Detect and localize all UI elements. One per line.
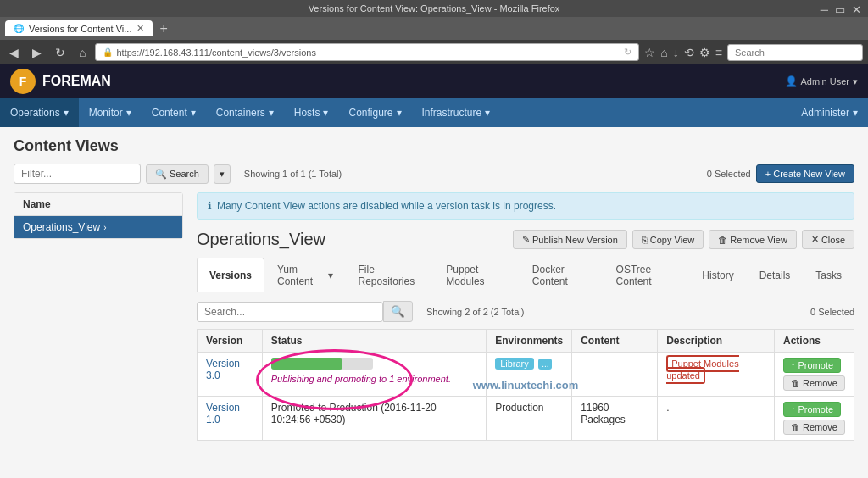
minimize-btn[interactable]: ─ — [821, 3, 828, 16]
app-logo: F FOREMAN — [10, 69, 111, 94]
search-btn-label: Search — [170, 169, 199, 179]
table-search-group: 🔍 — [197, 301, 413, 322]
copy-view-button[interactable]: ⎘ Copy View — [632, 230, 704, 249]
status-progress-bar — [271, 358, 373, 370]
actions-1-cell: ↑ Promote 🗑 Remove — [775, 397, 854, 441]
production-env-label: Production — [495, 402, 543, 414]
tab-history-label: History — [702, 270, 733, 281]
status-1-cell: Promoted to Production (2016-11-20 10:24… — [262, 397, 486, 441]
nav-administer-dropdown-icon: ▾ — [853, 107, 858, 119]
close-button[interactable]: ✕ Close — [802, 230, 854, 249]
table-search-icon: 🔍 — [391, 305, 405, 318]
url-bar[interactable]: 🔒 https://192.168.43.111/content_views/3… — [95, 43, 639, 61]
tab-tasks-label: Tasks — [815, 270, 842, 281]
content-3-cell — [572, 353, 658, 397]
tab-docker-content[interactable]: Docker Content — [520, 258, 604, 292]
publish-new-version-button[interactable]: ✎ Publish New Version — [513, 230, 627, 249]
nav-item-hosts[interactable]: Hosts ▾ — [284, 98, 339, 127]
back-btn[interactable]: ◀ — [5, 44, 23, 61]
logo-icon: F — [10, 69, 36, 94]
sidebar-item-operations-view[interactable]: Operations_View › — [14, 216, 182, 238]
version-3-link[interactable]: Version 3.0 — [206, 358, 240, 381]
nav-dropdown-icon: ▾ — [269, 107, 274, 119]
nav-dropdown-icon: ▾ — [397, 107, 402, 119]
nav-item-monitor[interactable]: Monitor ▾ — [79, 98, 142, 127]
bookmark-star-icon[interactable]: ☆ — [644, 46, 655, 59]
nav-item-operations[interactable]: Operations ▾ — [0, 98, 79, 127]
tab-ostree-content[interactable]: OSTree Content — [604, 258, 690, 292]
close-btn-label: Close — [821, 235, 845, 245]
tab-ostree-label: OSTree Content — [616, 264, 677, 287]
tab-yum-label: Yum Content — [277, 264, 324, 287]
forward-btn[interactable]: ▶ — [28, 44, 46, 61]
promote-1-label: Promote — [798, 404, 834, 414]
reload-btn[interactable]: ↻ — [51, 44, 70, 61]
remove-3-button[interactable]: 🗑 Remove — [783, 375, 845, 391]
copy-icon: ⎘ — [642, 235, 648, 245]
yum-dropdown-icon: ▾ — [328, 270, 333, 281]
col-content: Content — [572, 330, 658, 353]
filter-input[interactable] — [14, 164, 141, 184]
tab-versions[interactable]: Versions — [197, 258, 264, 292]
tab-file-repositories[interactable]: File Repositories — [346, 258, 434, 292]
maximize-btn[interactable]: ▭ — [835, 3, 845, 16]
versions-table: Version Status Environments Content Desc… — [197, 329, 854, 441]
status-text-1: Promoted to Production (2016-11-20 10:24… — [271, 402, 437, 425]
table-header-row: Version Status Environments Content Desc… — [198, 330, 854, 353]
remove-view-button[interactable]: 🗑 Remove View — [709, 230, 797, 249]
nav-item-containers[interactable]: Containers ▾ — [206, 98, 284, 127]
view-action-buttons: ✎ Publish New Version ⎘ Copy View 🗑 Remo… — [513, 230, 854, 249]
tab-tasks[interactable]: Tasks — [803, 258, 854, 292]
user-dropdown-icon: ▾ — [853, 76, 858, 87]
close-btn[interactable]: ✕ — [852, 3, 861, 16]
nav-label-configure: Configure — [348, 107, 392, 119]
tab-versions-label: Versions — [209, 270, 252, 281]
remove-view-btn-label: Remove View — [730, 235, 787, 245]
remove-1-button[interactable]: 🗑 Remove — [783, 420, 845, 435]
status-3-cell: Publishing and promoting to 1 environmen… — [262, 353, 486, 397]
env-3-cell: Library ... — [487, 353, 572, 397]
nav-item-administer[interactable]: Administer ▾ — [791, 98, 868, 127]
new-tab-btn[interactable]: + — [159, 21, 167, 36]
page-title: Content Views — [14, 137, 854, 155]
create-new-view-button[interactable]: + Create New View — [756, 164, 854, 183]
promote-1-button[interactable]: ↑ Promote — [783, 402, 841, 417]
search-button[interactable]: 🔍 Search — [146, 164, 209, 184]
library-badge: Library — [495, 358, 534, 370]
nav-label-containers: Containers — [216, 107, 265, 119]
nav-item-infrastructure[interactable]: Infrastructure ▾ — [412, 98, 501, 127]
history-icon[interactable]: ⟲ — [684, 46, 694, 59]
nav-item-configure[interactable]: Configure ▾ — [338, 98, 411, 127]
nav-bar: Operations ▾ Monitor ▾ Content ▾ Contain… — [0, 98, 868, 127]
download-icon[interactable]: ↓ — [673, 46, 679, 59]
app-user-menu[interactable]: 👤 Admin User ▾ — [785, 75, 858, 87]
tab-history[interactable]: History — [689, 258, 746, 292]
table-search-input[interactable] — [197, 302, 383, 322]
version-1-link[interactable]: Version 1.0 — [206, 402, 240, 425]
close-icon: ✕ — [811, 234, 819, 245]
info-text: Many Content View actions are disabled w… — [217, 200, 556, 212]
env-expand-icon[interactable]: ... — [538, 358, 552, 370]
refresh-icon: ↻ — [624, 47, 632, 58]
info-box: ℹ Many Content View actions are disabled… — [197, 192, 854, 220]
view-header: Operations_View ✎ Publish New Version ⎘ … — [197, 230, 854, 249]
nav-item-content[interactable]: Content ▾ — [142, 98, 206, 127]
col-status: Status — [262, 330, 486, 353]
sidebar-list: Name Operations_View › — [14, 192, 183, 239]
search-split-btn[interactable]: ▾ — [214, 164, 231, 184]
tab-yum-content[interactable]: Yum Content ▾ — [264, 258, 345, 292]
table-search-button[interactable]: 🔍 — [383, 301, 413, 322]
tab-details[interactable]: Details — [747, 258, 804, 292]
tabs-bar: Versions Yum Content ▾ File Repositories… — [197, 258, 854, 292]
tab-close-btn[interactable]: ✕ — [136, 23, 144, 34]
promote-3-button[interactable]: ↑ Promote — [783, 358, 841, 373]
tab-puppet-modules[interactable]: Puppet Modules — [433, 258, 520, 292]
actions-3-cell: ↑ Promote 🗑 Remove — [775, 353, 854, 397]
settings-icon[interactable]: ⚙ — [699, 46, 710, 59]
home-page-icon[interactable]: ⌂ — [660, 46, 667, 59]
cv-main: ℹ Many Content View actions are disabled… — [183, 192, 854, 441]
home-btn[interactable]: ⌂ — [75, 44, 90, 61]
menu-icon[interactable]: ≡ — [715, 46, 722, 59]
browser-search-input[interactable] — [727, 44, 863, 61]
browser-tab[interactable]: 🌐 Versions for Content Vi... ✕ — [5, 20, 153, 36]
